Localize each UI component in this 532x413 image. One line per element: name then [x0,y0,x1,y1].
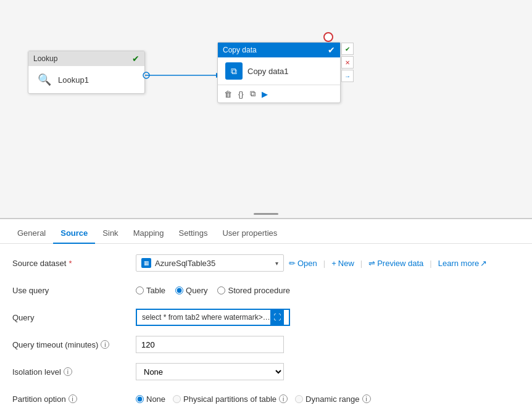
query-input-container: select * from tab2 where watermark>'@{ ⛶ [136,309,290,326]
partition-dynamic-label: Dynamic range [305,394,359,404]
edit-icon: ✏ [289,259,296,268]
radio-stored-procedure-input[interactable] [217,286,225,294]
partition-none-input[interactable] [136,395,144,403]
partition-none[interactable]: None [136,394,165,404]
query-timeout-value-area [136,336,520,353]
isolation-level-row: Isolation level i None ReadCommitted Rea… [12,362,520,381]
use-query-label: Use query [12,286,136,295]
side-error-icon[interactable]: ✕ [341,56,354,69]
partition-info-icon[interactable]: i [69,394,77,403]
tab-settings[interactable]: Settings [172,223,215,244]
query-timeout-input[interactable] [136,336,284,353]
lookup-node-title: Lookup [33,54,57,63]
query-value-area: select * from tab2 where watermark>'@{ ⛶ [136,309,520,326]
source-dataset-dropdown[interactable]: ▦ AzureSqlTable35 ▾ [136,254,284,272]
clone-icon[interactable]: ⧉ [250,89,256,99]
side-skip-icon[interactable]: → [341,70,354,82]
partition-physical[interactable]: Physical partitions of table i [173,394,288,404]
tab-general[interactable]: General [10,223,53,244]
partition-physical-label: Physical partitions of table [183,394,276,404]
radio-stored-procedure-label: Stored procedure [228,286,289,295]
side-add-icon[interactable]: ✔ [341,43,354,55]
isolation-info-icon[interactable]: i [64,367,72,376]
lookup-icon: 🔍 [36,71,53,88]
use-query-row: Use query Table Query Stored procedure [12,281,520,299]
source-dataset-value-area: ▦ AzureSqlTable35 ▾ ✏ Open | + New | ⇌ P… [136,254,520,272]
partition-option-value-area: None Physical partitions of table i Dyna… [136,394,520,404]
external-link-icon: ↗ [480,259,487,268]
partition-radio-group: None Physical partitions of table i Dyna… [136,394,371,404]
partition-physical-input[interactable] [173,395,181,403]
isolation-level-value-area: None ReadCommitted ReadUncommitted Repea… [136,363,520,380]
dataset-select-inner: ▦ AzureSqlTable35 [141,258,215,268]
drag-handle[interactable] [254,213,278,215]
partition-option-label: Partition option i [12,394,136,404]
copy-node-actions: 🗑 {} ⧉ ▶ [218,85,340,102]
lookup-node-header: Lookup ✔ [28,51,144,66]
physical-partition-info-icon[interactable]: i [279,394,288,403]
required-star: * [69,259,72,268]
isolation-level-label: Isolation level i [12,367,136,377]
plus-icon: + [331,259,336,268]
new-dataset-link[interactable]: + New [331,259,354,268]
radio-query[interactable]: Query [175,286,207,295]
source-properties-panel: Source dataset * ▦ AzureSqlTable35 ▾ ✏ O… [0,244,532,413]
partition-dynamic[interactable]: Dynamic range i [295,394,370,404]
db-icon: ▦ [141,258,151,268]
query-text[interactable]: select * from tab2 where watermark>'@{ [142,313,270,322]
copy-node-icon: ⧉ [225,62,243,80]
radio-table[interactable]: Table [136,286,165,295]
radio-query-input[interactable] [175,286,183,294]
dynamic-range-info-icon[interactable]: i [362,394,371,403]
lookup-node[interactable]: Lookup ✔ 🔍 Lookup1 [28,51,145,94]
query-timeout-row: Query timeout (minutes) i [12,335,520,354]
connection-line [0,0,532,218]
tab-user-properties[interactable]: User properties [215,223,285,244]
lookup-node-label: Lookup1 [58,75,89,85]
copy-check-icon: ✔ [328,45,335,55]
partition-option-row: Partition option i None Physical partiti… [12,390,520,408]
run-icon[interactable]: ▶ [262,90,268,99]
query-row: Query select * from tab2 where watermark… [12,308,520,327]
copy-node-label: Copy data1 [247,67,289,76]
top-connector-circle [323,32,333,42]
delete-icon[interactable]: 🗑 [224,90,232,99]
radio-query-label: Query [186,286,207,295]
learn-more-link[interactable]: Learn more ↗ [438,259,487,268]
copy-node[interactable]: Copy data ✔ ⧉ Copy data1 🗑 {} ⧉ ▶ ✔ ✕ → [217,42,341,103]
isolation-level-select[interactable]: None ReadCommitted ReadUncommitted Repea… [136,363,284,380]
dataset-name: AzureSqlTable35 [155,259,215,268]
source-dataset-row: Source dataset * ▦ AzureSqlTable35 ▾ ✏ O… [12,254,520,272]
tab-mapping[interactable]: Mapping [126,223,172,244]
radio-stored-procedure[interactable]: Stored procedure [217,286,289,295]
radio-table-label: Table [146,286,165,295]
partition-dynamic-input[interactable] [295,395,303,403]
query-type-radio-group: Table Query Stored procedure [136,286,290,295]
partition-none-label: None [146,394,165,404]
tab-sink[interactable]: Sink [95,223,125,244]
copy-node-title: Copy data [223,46,257,54]
preview-data-link[interactable]: ⇌ Preview data [368,259,423,268]
radio-table-input[interactable] [136,286,144,294]
preview-icon: ⇌ [368,259,375,268]
pipeline-canvas[interactable]: Lookup ✔ 🔍 Lookup1 Copy data ✔ ⧉ Copy da… [0,0,532,219]
tabs-bar: General Source Sink Mapping Settings Use… [0,219,532,244]
query-label: Query [12,313,136,322]
open-dataset-link[interactable]: ✏ Open [289,259,317,268]
lookup-node-body: 🔍 Lookup1 [28,66,144,93]
query-expand-button[interactable]: ⛶ [270,310,284,325]
tab-source[interactable]: Source [53,223,95,244]
chevron-down-icon: ▾ [275,260,278,267]
copy-node-side-actions: ✔ ✕ → [341,43,354,82]
query-timeout-label: Query timeout (minutes) i [12,340,136,349]
lookup-check-icon: ✔ [132,54,139,64]
use-query-value-area: Table Query Stored procedure [136,286,520,295]
code-icon[interactable]: {} [238,90,244,99]
timeout-info-icon[interactable]: i [101,340,109,349]
copy-node-header: Copy data ✔ [218,43,340,57]
copy-node-body: ⧉ Copy data1 [218,57,340,85]
source-dataset-label: Source dataset * [12,259,136,268]
